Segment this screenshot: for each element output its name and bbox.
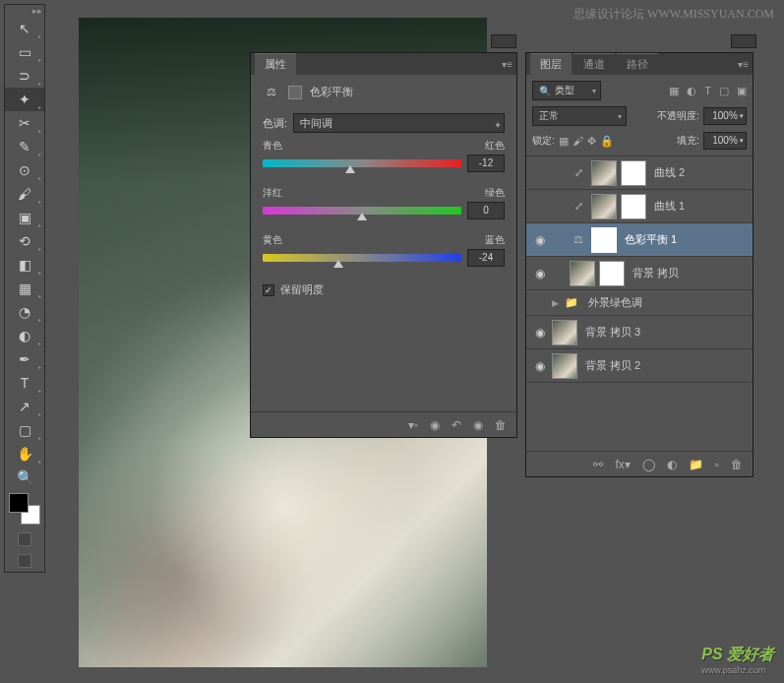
layer-name[interactable]: 背景 拷贝 2 (585, 358, 640, 373)
tab-properties[interactable]: 属性 (255, 53, 296, 75)
lock-pixels-icon[interactable]: 🖌 (573, 135, 583, 147)
layer-name[interactable]: 外景绿色调 (588, 295, 642, 310)
brush-tool[interactable]: 🖌▸ (5, 182, 44, 206)
magenta-green-value[interactable]: 0 (467, 202, 505, 219)
cyan-red-slider[interactable] (263, 159, 461, 167)
type-tool[interactable]: T▸ (5, 371, 44, 395)
wand-tool[interactable]: ✦▸ (5, 88, 44, 111)
yellow-blue-value[interactable]: -24 (467, 249, 505, 267)
expand-icon[interactable]: ▶ (552, 298, 559, 308)
tab-channels[interactable]: 通道 (573, 53, 615, 75)
preserve-luminosity-checkbox[interactable]: ✓ (263, 284, 274, 296)
dodge-tool[interactable]: ◐▸ (5, 324, 44, 347)
foreground-color[interactable] (9, 493, 29, 513)
filter-adjust-icon[interactable]: ◐ (687, 85, 696, 97)
screenmode-toggle[interactable] (18, 554, 31, 568)
layer-name[interactable]: 曲线 1 (654, 199, 685, 214)
link-icon[interactable]: ⚯ (593, 458, 603, 471)
filter-dropdown[interactable]: 🔍 类型 (532, 81, 601, 100)
panel-dock-handle[interactable] (491, 34, 516, 48)
visibility-toggle[interactable]: ◉ (530, 267, 550, 280)
reset-icon[interactable]: ↶ (452, 418, 461, 432)
group-icon[interactable]: 📁 (689, 458, 703, 471)
blendmode-dropdown[interactable]: 正常 (532, 106, 627, 126)
layer-row[interactable]: ⤢ 曲线 1 (526, 190, 753, 223)
filter-pixel-icon[interactable]: ▦ (669, 85, 679, 97)
layer-thumb[interactable] (591, 194, 617, 219)
filter-type-icon[interactable]: T (704, 85, 711, 97)
layer-name[interactable]: 背景 拷贝 3 (585, 325, 640, 340)
gradient-tool[interactable]: ▦▸ (5, 277, 44, 300)
zoom-tool[interactable]: 🔍 (5, 466, 44, 489)
adjustment-icon[interactable]: ◐ (667, 458, 677, 471)
panel-header[interactable]: 图层 通道 路径 ▾≡ (526, 53, 753, 75)
mask-thumb[interactable] (591, 227, 617, 253)
blur-tool[interactable]: ◔▸ (5, 300, 44, 324)
visibility-toggle[interactable]: ◉ (530, 359, 550, 373)
history-brush-tool[interactable]: ⟲▸ (5, 229, 44, 253)
shape-tool[interactable]: ▢▸ (5, 418, 44, 442)
layer-row[interactable]: ◉ ⚖ 色彩平衡 1 (526, 223, 753, 257)
lock-transparent-icon[interactable]: ▦ (559, 135, 569, 148)
panel-header[interactable]: 属性 ▾≡ (251, 53, 516, 75)
filter-smart-icon[interactable]: ▣ (737, 85, 747, 97)
layer-row[interactable]: ◉ 背景 拷贝 (526, 257, 753, 290)
layer-row[interactable]: ◉ 背景 拷贝 3 (526, 316, 753, 349)
layer-name[interactable]: 曲线 2 (654, 165, 685, 180)
color-swatches[interactable] (5, 489, 44, 528)
hand-tool[interactable]: ✋▸ (5, 442, 44, 466)
adjustment-title: 色彩平衡 (310, 85, 353, 99)
pen-tool[interactable]: ✒▸ (5, 347, 44, 371)
panel-menu-icon[interactable]: ▾≡ (738, 59, 749, 70)
layer-name[interactable]: 背景 拷贝 (633, 266, 679, 280)
layer-thumb[interactable] (570, 261, 595, 286)
mask-thumb[interactable] (599, 261, 625, 286)
fill-input[interactable]: 100% (703, 132, 747, 150)
panel-dock-handle[interactable] (731, 34, 756, 48)
eyedropper-tool[interactable]: ✎▸ (5, 135, 44, 158)
visibility-icon[interactable]: ◉ (473, 418, 483, 432)
eraser-tool[interactable]: ◧▸ (5, 253, 44, 277)
stamp-tool[interactable]: ▣▸ (5, 206, 44, 229)
opacity-input[interactable]: 100% (703, 107, 747, 125)
tone-dropdown[interactable]: 中间调 (293, 113, 505, 133)
layer-row[interactable]: ◉ 背景 拷贝 2 (526, 349, 753, 383)
folder-icon: 📁 (565, 296, 578, 309)
panel-menu-icon[interactable]: ▾≡ (502, 59, 513, 70)
path-tool[interactable]: ↗▸ (5, 395, 44, 418)
marquee-tool[interactable]: ▭▸ (5, 40, 44, 64)
layer-thumb[interactable] (591, 160, 617, 186)
layer-thumb[interactable] (552, 320, 577, 345)
view-previous-icon[interactable]: ◉ (430, 418, 440, 432)
properties-panel: 属性 ▾≡ ⚖ 色彩平衡 色调: 中间调 青色 红色 -12 (250, 52, 517, 438)
layer-group-row[interactable]: ▶ 📁 外景绿色调 (526, 290, 753, 316)
delete-icon[interactable]: 🗑 (495, 418, 507, 432)
visibility-toggle[interactable]: ◉ (530, 326, 550, 340)
yellow-blue-slider[interactable] (263, 254, 461, 262)
delete-icon[interactable]: 🗑 (731, 458, 743, 471)
layer-thumb[interactable] (552, 353, 577, 379)
lasso-tool[interactable]: ⊃▸ (5, 64, 44, 88)
new-layer-icon[interactable]: ▫ (715, 458, 719, 471)
heal-tool[interactable]: ⊙▸ (5, 158, 44, 182)
crop-tool[interactable]: ✂▸ (5, 111, 44, 135)
visibility-toggle[interactable]: ◉ (530, 233, 550, 247)
layer-name[interactable]: 色彩平衡 1 (625, 232, 677, 247)
toolbar-collapse[interactable]: ▸▸ (5, 5, 44, 17)
tab-paths[interactable]: 路径 (617, 53, 658, 75)
clip-icon[interactable]: ▾▫ (408, 418, 418, 432)
lock-all-icon[interactable]: 🔒 (600, 135, 614, 148)
layer-row[interactable]: ⤢ 曲线 2 (526, 156, 753, 190)
move-tool[interactable]: ↖▸ (5, 17, 44, 40)
cyan-red-value[interactable]: -12 (467, 155, 505, 172)
tab-layers[interactable]: 图层 (530, 53, 572, 75)
lock-position-icon[interactable]: ✥ (587, 135, 596, 148)
fx-icon[interactable]: fx▾ (615, 458, 630, 471)
quickmask-toggle[interactable] (18, 532, 31, 546)
filter-shape-icon[interactable]: ▢ (719, 85, 729, 97)
mask-icon[interactable]: ◯ (642, 458, 655, 471)
mask-thumb[interactable] (621, 194, 646, 219)
mask-thumb[interactable] (621, 160, 646, 186)
mask-icon (288, 86, 302, 99)
magenta-green-slider[interactable] (263, 207, 461, 215)
